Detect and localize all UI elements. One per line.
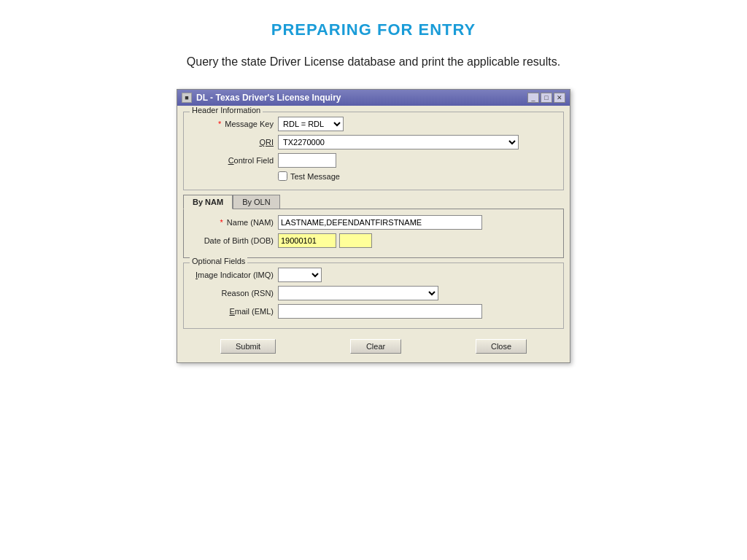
tab-by-nam[interactable]: By NAM xyxy=(183,195,233,209)
message-key-row: * Message Key RDL = RDL xyxy=(190,117,557,131)
message-key-label: * Message Key xyxy=(190,120,274,128)
window-title-left: ■ DL - Texas Driver's License Inquiry xyxy=(182,93,341,103)
email-label: Email (EML) xyxy=(190,307,274,316)
window-titlebar: ■ DL - Texas Driver's License Inquiry _ … xyxy=(177,90,570,106)
buttons-row: Submit Clear Close xyxy=(183,336,564,357)
window-title-text: DL - Texas Driver's License Inquiry xyxy=(196,93,341,103)
qri-select[interactable]: TX2270000 xyxy=(278,135,519,149)
dob-inputs xyxy=(278,233,372,248)
close-window-button[interactable]: ✕ xyxy=(554,93,565,103)
dob-extra-input[interactable] xyxy=(339,233,372,248)
test-message-row: Test Message xyxy=(278,171,557,181)
name-label: * Name (NAM) xyxy=(190,218,274,227)
image-indicator-row: Image Indicator (IMQ) xyxy=(190,268,557,282)
tabs-container: By NAM By OLN xyxy=(183,195,564,209)
qri-label: QRI xyxy=(190,138,274,147)
reason-select[interactable] xyxy=(278,286,438,300)
message-key-select[interactable]: RDL = RDL xyxy=(278,117,344,131)
image-indicator-select[interactable] xyxy=(278,268,322,282)
window-frame: ■ DL - Texas Driver's License Inquiry _ … xyxy=(177,89,570,363)
submit-button[interactable]: Submit xyxy=(220,339,276,354)
required-star: * xyxy=(218,120,221,128)
minimize-button[interactable]: _ xyxy=(527,93,539,103)
window-body: Header Information * Message Key RDL = R… xyxy=(177,106,570,362)
header-info-group: Header Information * Message Key RDL = R… xyxy=(183,112,564,190)
dob-input[interactable] xyxy=(278,233,336,248)
page-subtitle: Query the state Driver License database … xyxy=(187,55,560,69)
test-message-checkbox[interactable] xyxy=(278,171,287,181)
control-field-label-text: ontrol Field xyxy=(234,156,274,165)
optional-fields-group: Optional Fields Image Indicator (IMQ) Re… xyxy=(183,262,564,329)
control-field-label: Control Field xyxy=(190,156,274,165)
reason-label: Reason (RSN) xyxy=(190,289,274,298)
close-button[interactable]: Close xyxy=(476,339,527,354)
maximize-button[interactable]: □ xyxy=(541,93,552,103)
control-field-input[interactable] xyxy=(278,153,336,168)
email-input[interactable] xyxy=(278,304,482,319)
name-input[interactable] xyxy=(278,215,482,230)
dialog-window: ■ DL - Texas Driver's License Inquiry _ … xyxy=(177,89,570,363)
page-title: PREPARING FOR ENTRY xyxy=(271,20,476,39)
image-indicator-label: Image Indicator (IMQ) xyxy=(190,271,274,279)
reason-row: Reason (RSN) xyxy=(190,286,557,300)
name-required-star: * xyxy=(220,218,222,227)
email-label-text: mail (EML) xyxy=(235,307,274,316)
dob-label: Date of Birth (DOB) xyxy=(190,236,274,245)
window-app-icon: ■ xyxy=(182,93,192,103)
window-controls: _ □ ✕ xyxy=(527,93,565,103)
image-indicator-label-text: mage Indicator (IMQ) xyxy=(198,271,274,279)
control-field-row: Control Field xyxy=(190,153,557,168)
clear-button[interactable]: Clear xyxy=(350,339,401,354)
name-row: * Name (NAM) xyxy=(190,215,557,230)
test-message-label: Test Message xyxy=(290,172,340,181)
email-row: Email (EML) xyxy=(190,304,557,319)
tabs-wrapper: By NAM By OLN * Name (NAM) xyxy=(183,195,564,258)
optional-fields-legend: Optional Fields xyxy=(190,257,247,265)
qri-row: QRI TX2270000 xyxy=(190,135,557,149)
tab-by-oln[interactable]: By OLN xyxy=(233,195,280,209)
header-info-legend: Header Information xyxy=(190,106,263,114)
tab-content-by-nam: * Name (NAM) Date of Birth (DOB) xyxy=(183,209,564,258)
dob-row: Date of Birth (DOB) xyxy=(190,233,557,248)
